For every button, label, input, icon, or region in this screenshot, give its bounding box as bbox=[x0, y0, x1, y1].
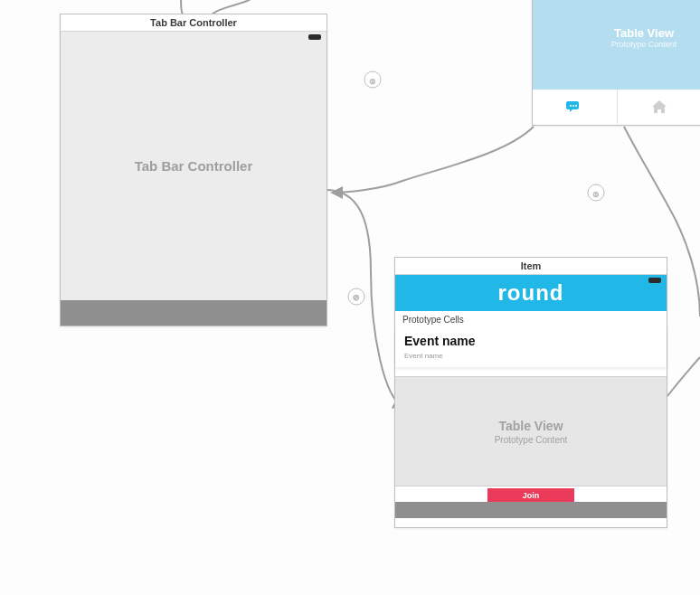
svg-text:⊘: ⊘ bbox=[353, 293, 360, 302]
tab-item-home[interactable] bbox=[618, 90, 701, 124]
chat-icon bbox=[565, 99, 583, 114]
svg-text:⦶: ⦶ bbox=[593, 189, 599, 198]
table-cell[interactable]: Event name Event name bbox=[395, 328, 667, 367]
scene-item[interactable]: Item round Prototype Cells Event name Ev… bbox=[394, 257, 667, 528]
tab-bar[interactable] bbox=[61, 300, 326, 326]
svg-text:⦶: ⦶ bbox=[370, 76, 375, 85]
tableview-subtitle: Prototype Content bbox=[611, 40, 677, 49]
svg-point-7 bbox=[572, 105, 574, 107]
home-icon bbox=[651, 99, 667, 114]
placeholder-label: Tab Bar Controller bbox=[135, 158, 253, 174]
svg-point-0 bbox=[364, 71, 381, 88]
scene-peek[interactable]: Table View Prototype Content bbox=[532, 0, 700, 126]
svg-point-2 bbox=[588, 184, 604, 201]
join-button[interactable]: Join bbox=[487, 488, 574, 502]
table-view-placeholder[interactable]: Table View Prototype Content bbox=[533, 0, 700, 90]
tab-item-chat[interactable] bbox=[533, 90, 618, 124]
status-bar-icon bbox=[648, 278, 661, 283]
tableview-title: Table View bbox=[498, 419, 563, 433]
scene-title: Item bbox=[395, 258, 667, 275]
svg-point-6 bbox=[570, 105, 572, 107]
tab-bar[interactable] bbox=[395, 502, 667, 518]
join-button-label: Join bbox=[523, 491, 540, 500]
navbar-title: round bbox=[498, 280, 564, 306]
table-view-placeholder[interactable]: Table View Prototype Content bbox=[395, 376, 667, 486]
status-bar-icon bbox=[308, 34, 321, 40]
scene-tab-bar-controller[interactable]: Tab Bar Controller Tab Bar Controller bbox=[60, 14, 327, 326]
tableview-subtitle: Prototype Content bbox=[495, 435, 568, 445]
cell-title: Event name bbox=[404, 334, 657, 348]
navigation-bar[interactable]: round bbox=[395, 275, 667, 311]
svg-point-8 bbox=[575, 105, 577, 107]
scene-title: Tab Bar Controller bbox=[61, 14, 326, 32]
cell-subtitle: Event name bbox=[404, 352, 657, 360]
tableview-title: Table View bbox=[614, 26, 674, 40]
tab-bar[interactable] bbox=[533, 90, 700, 124]
prototype-cells-label: Prototype Cells bbox=[395, 311, 667, 328]
scene-body: Tab Bar Controller bbox=[61, 32, 326, 300]
svg-point-4 bbox=[348, 288, 364, 305]
